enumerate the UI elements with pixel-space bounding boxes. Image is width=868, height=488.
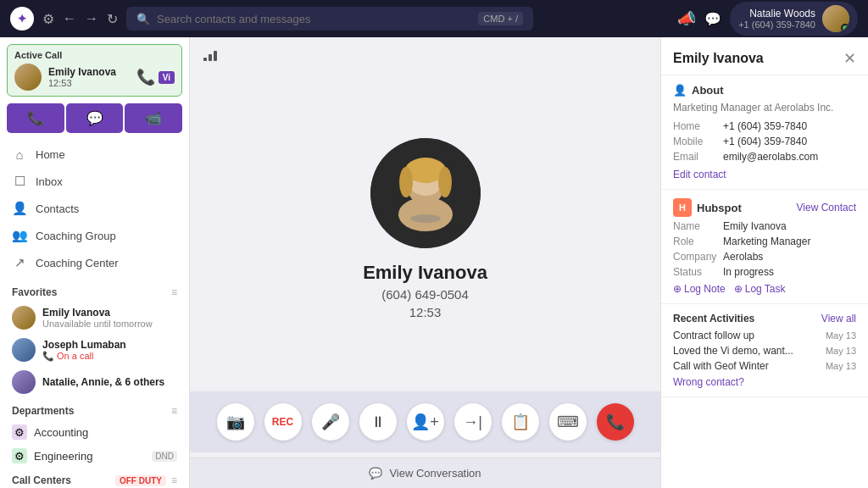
nav-home-label: Home <box>36 148 65 161</box>
end-call-btn[interactable]: 📞 <box>597 403 634 441</box>
contact-photo <box>370 138 481 248</box>
rp-hubspot-role-row: Role Marketing Manager <box>673 236 856 247</box>
record-btn[interactable]: REC <box>264 403 302 441</box>
active-call-avatar <box>14 64 42 91</box>
call-centers-header[interactable]: Call Centers OFF DUTY ≡ <box>0 468 189 488</box>
active-call-time: 12:53 <box>48 78 116 88</box>
camera-btn[interactable]: 📷 <box>217 403 254 441</box>
activity-text-0: Contract follow up <box>673 330 754 341</box>
avatar <box>822 5 849 32</box>
fav-details-joseph: Joseph Lumaban 📞 On a call <box>42 339 126 362</box>
view-all-link[interactable]: View all <box>821 313 856 324</box>
nav-inbox[interactable]: ☐ Inbox <box>0 168 189 195</box>
person-icon: 👤 <box>673 84 687 97</box>
contacts-icon: 👤 <box>12 201 27 216</box>
recent-activities-header: Recent Activities View all <box>673 313 856 324</box>
log-note-btn[interactable]: ⊕ Log Note <box>673 283 726 295</box>
rp-title: Emily Ivanova <box>673 51 764 66</box>
favorites-header[interactable]: Favorites ≡ <box>0 280 189 302</box>
active-call-details: Emily Ivanova 12:53 <box>48 66 116 88</box>
nav-contacts[interactable]: 👤 Contacts <box>0 195 189 222</box>
dept-accounting[interactable]: ⚙ Accounting <box>0 420 189 444</box>
rp-hubspot-actions: ⊕ Log Note ⊕ Log Task <box>673 283 856 295</box>
active-call-info: Emily Ivanova 12:53 📞 Vi <box>14 64 175 91</box>
rp-home-row: Home +1 (604) 359-7840 <box>673 120 856 132</box>
fav-item-others[interactable]: Natalie, Annie, & 6 others <box>0 366 189 398</box>
rp-hubspot-title: Hubspot <box>697 202 742 214</box>
fav-details-emily: Emily Ivanova Unavailable until tomorrow <box>42 307 153 329</box>
rp-hubspot-section: H Hubspot View Contact Name Emily Ivanov… <box>661 190 868 304</box>
rp-home-value: +1 (604) 359-7840 <box>723 120 807 132</box>
rp-mobile-label: Mobile <box>673 136 720 147</box>
pause-btn[interactable]: ⏸ <box>359 403 397 441</box>
rp-email-row: Email emily@aerolabs.com <box>673 151 856 163</box>
activity-date-1: May 13 <box>826 346 856 356</box>
rp-hubspot-role-label: Role <box>673 236 720 247</box>
notifications-icon[interactable]: 📣 <box>677 9 696 28</box>
message-icon[interactable]: 💬 <box>704 11 721 27</box>
mute-btn[interactable]: 🎤 <box>312 403 349 441</box>
user-phone: +1 (604) 359-7840 <box>738 19 815 30</box>
nav-coaching-group[interactable]: 👥 Coaching Group <box>0 222 189 249</box>
active-call-title: Active Call <box>14 50 175 60</box>
nav-home[interactable]: ⌂ Home <box>0 141 189 168</box>
phone-book-btn[interactable]: 📋 <box>502 403 539 441</box>
phone-icon[interactable]: 📞 <box>136 68 155 86</box>
wrong-contact-link[interactable]: Wrong contact? <box>673 376 744 388</box>
keypad-btn[interactable]: ⌨ <box>549 403 587 441</box>
hubspot-view-contact[interactable]: View Contact <box>797 202 856 214</box>
vi-badge: Vi <box>159 71 175 84</box>
settings-icon[interactable]: ⚙ <box>42 11 54 27</box>
rp-email-value: emily@aerolabs.com <box>723 151 818 163</box>
favorites-title: Favorites <box>12 286 57 298</box>
username: Natalie Woods <box>749 8 815 19</box>
chat-button[interactable]: 💬 <box>66 103 124 133</box>
search-shortcut: CMD + / <box>478 12 523 25</box>
back-icon[interactable]: ← <box>63 11 76 26</box>
log-task-btn[interactable]: ⊕ Log Task <box>734 283 786 295</box>
search-bar[interactable]: 🔍 CMD + / <box>126 7 533 30</box>
rp-hubspot-role-value: Marketing Manager <box>723 236 810 247</box>
rp-header: Emily Ivanova ✕ <box>661 37 868 75</box>
view-conversation-bar[interactable]: 💬 View Conversation <box>190 458 660 488</box>
video-button[interactable]: 📹 <box>125 103 182 133</box>
transfer-btn[interactable]: →| <box>454 403 492 441</box>
departments-header[interactable]: Departments ≡ <box>0 398 189 420</box>
fav-name-emily: Emily Ivanova <box>42 307 153 319</box>
phone-button[interactable]: 📞 <box>7 103 64 133</box>
main-layout: Active Call Emily Ivanova 12:53 📞 Vi 📞 💬… <box>0 37 868 488</box>
nav-coaching-center-label: Coaching Center <box>36 257 119 269</box>
fav-item-joseph[interactable]: Joseph Lumaban 📞 On a call <box>0 334 189 366</box>
add-contact-btn[interactable]: 👤+ <box>407 403 444 441</box>
rp-hubspot-company-label: Company <box>673 251 720 263</box>
dept-engineering-left: ⚙ Engineering <box>12 448 92 463</box>
dept-engineering-name: Engineering <box>34 450 92 463</box>
dept-engineering[interactable]: ⚙ Engineering DND <box>0 444 189 468</box>
rp-email-label: Email <box>673 151 720 163</box>
edit-contact-link[interactable]: Edit contact <box>673 169 726 180</box>
search-icon: 🔍 <box>136 13 150 25</box>
fav-item-emily[interactable]: Emily Ivanova Unavailable until tomorrow <box>0 302 189 334</box>
rp-about-title: 👤 About <box>673 84 856 97</box>
dept-accounting-name: Accounting <box>34 426 88 439</box>
refresh-icon[interactable]: ↻ <box>107 11 118 27</box>
nav-inbox-label: Inbox <box>36 175 63 188</box>
rp-mobile-value: +1 (604) 359-7840 <box>723 136 807 147</box>
departments-title: Departments <box>12 405 74 417</box>
user-profile[interactable]: Natalie Woods +1 (604) 359-7840 <box>730 2 858 36</box>
nav-coaching-center[interactable]: ↗ Coaching Center <box>0 249 189 276</box>
rp-hubspot-left: H Hubspot <box>673 198 742 217</box>
activity-text-1: Loved the Vi demo, want... <box>673 345 793 357</box>
hubspot-icon: H <box>673 198 692 217</box>
rp-hubspot-status-row: Status In progress <box>673 266 856 278</box>
forward-icon[interactable]: → <box>85 11 98 26</box>
engineering-dnd-badge: DND <box>152 451 177 462</box>
fav-avatar-joseph <box>12 338 36 362</box>
call-centers-title: Call Centers <box>12 474 71 486</box>
rp-close-button[interactable]: ✕ <box>843 49 856 68</box>
search-input[interactable] <box>157 13 471 25</box>
chat-icon: 💬 <box>369 467 382 480</box>
rp-hubspot-company-value: Aerolabs <box>723 251 763 263</box>
favorites-list: Emily Ivanova Unavailable until tomorrow… <box>0 302 189 398</box>
view-conversation-label: View Conversation <box>389 467 481 480</box>
